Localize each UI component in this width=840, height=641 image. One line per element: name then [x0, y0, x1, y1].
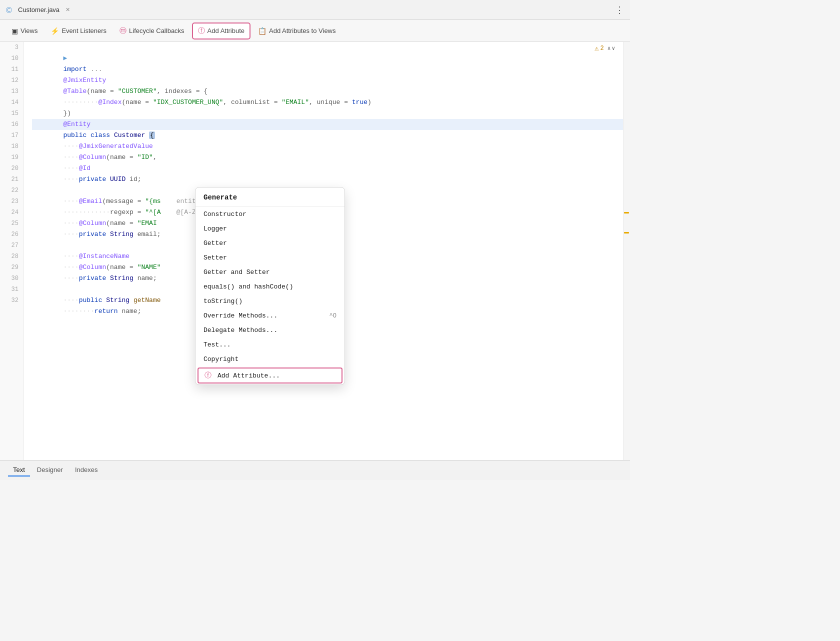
line-numbers: 3 10 11 12 13 14 15 16 17 18 19 20 21 22… [0, 42, 24, 460]
popup-item-logger[interactable]: Logger [196, 222, 344, 236]
line-num-13: 13 [0, 86, 24, 97]
line-num-12: 12 [0, 75, 24, 86]
tab-add-attribute-label: Add Attribute [208, 27, 244, 34]
line-num-25: 25 [0, 218, 24, 229]
title-bar: © Customer.java ✕ ⋮ [0, 0, 630, 20]
popup-item-copyright[interactable]: Copyright [196, 352, 344, 366]
close-tab-button[interactable]: ✕ [66, 6, 70, 13]
line-num-23: 23 [0, 196, 24, 207]
generate-popup: Generate Constructor Logger Getter Sette… [195, 187, 345, 385]
tab-views[interactable]: ▣ Views [6, 24, 43, 38]
popup-item-constructor[interactable]: Constructor [196, 207, 344, 222]
popup-item-logger-label: Logger [204, 225, 227, 232]
tab-event-listeners-label: Event Listeners [62, 27, 106, 34]
add-attrs-views-icon: 📋 [258, 27, 266, 35]
popup-item-override-shortcut: ^O [330, 312, 336, 320]
add-attribute-icon: ⓕ [198, 26, 205, 36]
bottom-tab-designer[interactable]: Designer [32, 464, 68, 476]
popup-item-getter-setter-label: Getter and Setter [204, 268, 270, 276]
tab-views-label: Views [20, 27, 38, 34]
tab-add-attribute[interactable]: ⓕ Add Attribute [192, 22, 250, 40]
code-line-3: ▶ import ... [32, 42, 623, 53]
popup-item-override-label: Override Methods... [204, 312, 278, 320]
add-attribute-popup-icon: ⓕ [204, 371, 212, 380]
line-num-30: 30 [0, 273, 24, 284]
popup-title: Generate [196, 188, 344, 207]
line-num-16: 16 [0, 119, 24, 130]
line-num-3: 3 [0, 42, 24, 53]
code-line-15: @Entity [32, 108, 623, 119]
popup-item-getter[interactable]: Getter [196, 236, 344, 250]
line-num-20: 20 [0, 163, 24, 174]
popup-item-delegate[interactable]: Delegate Methods... [196, 323, 344, 338]
line-num-19: 19 [0, 152, 24, 163]
line-num-28: 28 [0, 251, 24, 262]
popup-item-test-label: Test... [204, 341, 231, 348]
more-options-button[interactable]: ⋮ [615, 4, 624, 16]
popup-item-setter[interactable]: Setter [196, 250, 344, 265]
bottom-tab-text[interactable]: Text [8, 464, 30, 476]
tab-lifecycle-label: Lifecycle Callbacks [129, 27, 184, 34]
tab-add-attributes-to-views[interactable]: 📋 Add Attributes to Views [252, 24, 341, 38]
bottom-tab-bar: Text Designer Indexes [0, 460, 630, 480]
scrollbar[interactable] [623, 42, 630, 460]
tab-lifecycle-callbacks[interactable]: ⓜ Lifecycle Callbacks [114, 23, 190, 39]
popup-item-setter-label: Setter [204, 254, 227, 262]
tab-add-attrs-views-label: Add Attributes to Views [269, 27, 336, 34]
bottom-tab-indexes[interactable]: Indexes [70, 464, 103, 476]
line-num-11: 11 [0, 64, 24, 75]
code-line-11: @JmixEntity [32, 64, 623, 75]
popup-item-getter-label: Getter [204, 240, 227, 247]
file-name: Customer.java [18, 6, 60, 14]
views-icon: ▣ [12, 27, 18, 35]
popup-item-tostring-label: toString() [204, 298, 242, 305]
popup-item-add-attribute[interactable]: ⓕ Add Attribute... [198, 368, 342, 384]
popup-item-test[interactable]: Test... [196, 338, 344, 352]
lifecycle-icon: ⓜ [120, 26, 126, 36]
line-num-32: 32 [0, 295, 24, 306]
line-num-21: 21 [0, 174, 24, 185]
scroll-mark-1 [624, 212, 629, 214]
popup-item-equals[interactable]: equals() and hashCode() [196, 280, 344, 294]
line-num-14: 14 [0, 97, 24, 108]
code-line-16: public class Customer { [32, 119, 623, 130]
code-editor: ⚠ 2 ∧ ∨ 3 10 11 12 13 14 15 16 17 18 19 … [0, 42, 630, 460]
popup-item-getter-setter[interactable]: Getter and Setter [196, 265, 344, 280]
popup-item-equals-label: equals() and hashCode() [204, 283, 293, 290]
line-num-18: 18 [0, 141, 24, 152]
scroll-mark-2 [624, 232, 629, 234]
fold-arrow-3[interactable]: ▶ [63, 54, 67, 62]
popup-item-add-attribute-label: Add Attribute... [218, 372, 280, 380]
tab-event-listeners[interactable]: ⚡ Event Listeners [45, 24, 112, 38]
line-num-22: 22 [0, 185, 24, 196]
event-listeners-icon: ⚡ [50, 27, 59, 35]
line-num-27: 27 [0, 240, 24, 251]
code-line-20: ····private UUID id; [32, 163, 623, 174]
line-num-29: 29 [0, 262, 24, 273]
line-num-26: 26 [0, 229, 24, 240]
line-num-10: 10 [0, 53, 24, 64]
popup-item-copyright-label: Copyright [204, 356, 238, 363]
popup-item-tostring[interactable]: toString() [196, 294, 344, 308]
line-num-24: 24 [0, 207, 24, 218]
popup-item-delegate-label: Delegate Methods... [204, 326, 278, 334]
line-num-17: 17 [0, 130, 24, 141]
toolbar-tabs: ▣ Views ⚡ Event Listeners ⓜ Lifecycle Ca… [0, 20, 630, 42]
popup-item-override[interactable]: Override Methods... ^O [196, 308, 344, 323]
file-icon: © [6, 6, 14, 14]
code-line-12: @Table(name = "CUSTOMER", indexes = { [32, 75, 623, 86]
code-line-10 [32, 53, 623, 64]
popup-item-constructor-label: Constructor [204, 210, 246, 218]
line-num-15: 15 [0, 108, 24, 119]
line-num-31: 31 [0, 284, 24, 295]
